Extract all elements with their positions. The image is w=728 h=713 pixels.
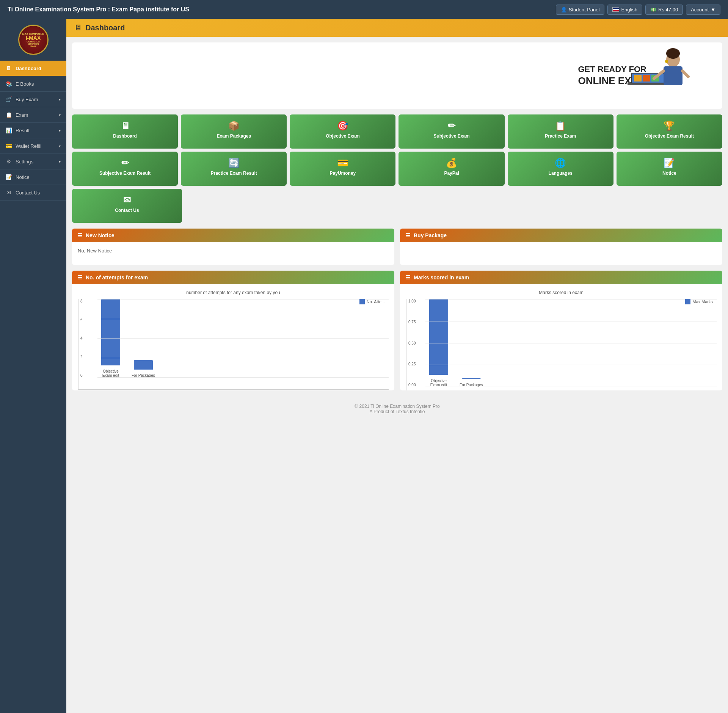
sidebar-menu: 🖥 Dashboard 📚 E Books 🛒 Buy Exam ▾ bbox=[0, 61, 66, 201]
attempts-bar-chart-container: 8 6 4 2 0 bbox=[78, 299, 389, 390]
new-notice-card-header: ☰ New Notice bbox=[72, 229, 394, 242]
chevron-icon: ▾ bbox=[59, 160, 61, 164]
objective-exam-grid-btn[interactable]: 🎯 Objective Exam bbox=[290, 114, 395, 149]
logo-text: I-MAX bbox=[26, 35, 41, 41]
subjective-result-btn-icon: ✏ bbox=[121, 158, 129, 168]
svg-point-11 bbox=[665, 60, 668, 63]
account-button[interactable]: Account ▼ bbox=[686, 5, 720, 15]
objective-exam-result-grid-btn[interactable]: 🏆 Objective Exam Result bbox=[617, 114, 722, 149]
grid-section: 🖥 Dashboard 📦 Exam Packages 🎯 Objective … bbox=[72, 114, 722, 223]
svg-rect-4 bbox=[643, 75, 650, 81]
balance-button[interactable]: 💵 Rs 47.00 bbox=[645, 5, 683, 15]
layout: MAX COMPUTER I-MAX COMPUTER EDUCATION I-… bbox=[0, 19, 728, 713]
attempts-bar-chart: 8 6 4 2 0 bbox=[78, 299, 389, 390]
sidebar-item-ebooks[interactable]: 📚 E Books bbox=[0, 76, 66, 92]
contact-menu-icon: ✉ bbox=[6, 190, 12, 196]
marks-bar-chart: 1.00 0.75 0.50 0.25 0.00 bbox=[406, 299, 717, 390]
buy-package-card-body bbox=[400, 242, 722, 265]
svg-point-10 bbox=[666, 48, 680, 59]
attempts-chart-body: number of attempts for any exam taken by… bbox=[72, 284, 394, 390]
chevron-icon: ▾ bbox=[59, 128, 61, 133]
y-axis-labels: 8 6 4 2 0 bbox=[80, 299, 83, 378]
sidebar-item-buy-exam[interactable]: 🛒 Buy Exam ▾ bbox=[0, 92, 66, 107]
footer-copyright: © 2021 Ti Online Examination System Pro bbox=[74, 404, 720, 409]
marks-chart-legend: Max Marks bbox=[685, 299, 713, 304]
attempts-chart-card: ☰ No. of attempts for exam number of att… bbox=[72, 271, 394, 390]
sidebar-item-notice[interactable]: 📝 Notice bbox=[0, 169, 66, 185]
sidebar-item-label: Result bbox=[16, 128, 30, 133]
chart-legend: No. Atte... bbox=[359, 299, 385, 304]
marks-chart-header: ☰ Marks scored in exam bbox=[400, 271, 722, 284]
sidebar-item-exam[interactable]: 📋 Exam ▾ bbox=[0, 107, 66, 123]
marks-bar-1 bbox=[429, 299, 448, 375]
svg-line-9 bbox=[682, 71, 688, 77]
grid-buttons-row2: ✏ Subjective Exam Result 🔄 Practice Exam… bbox=[72, 152, 722, 186]
sidebar-item-settings[interactable]: ⚙ Settings ▾ bbox=[0, 154, 66, 169]
footer-tagline: A Product of Textus Intentio bbox=[74, 409, 720, 414]
charts-section: ☰ No. of attempts for exam number of att… bbox=[72, 271, 722, 390]
new-notice-card-body: No, New Notice bbox=[72, 242, 394, 265]
bar-1 bbox=[101, 299, 120, 365]
student-panel-button[interactable]: 👤 Student Panel bbox=[556, 5, 605, 15]
marks-bar-group-1: Objective Exam edit bbox=[425, 299, 452, 387]
objective-exam-btn-icon: 🎯 bbox=[337, 121, 348, 130]
sidebar-item-dashboard[interactable]: 🖥 Dashboard bbox=[0, 61, 66, 76]
sidebar-item-wallet-refill[interactable]: 💳 Wallet Refill ▾ bbox=[0, 138, 66, 154]
marks-bar-2 bbox=[462, 378, 481, 379]
legend-box bbox=[359, 299, 365, 304]
bar-group-2: For Packages bbox=[132, 360, 155, 378]
languages-grid-btn[interactable]: 🌐 Languages bbox=[508, 152, 613, 186]
result-menu-icon: 📊 bbox=[6, 127, 12, 133]
payumoney-grid-btn[interactable]: 💳 PayUmoney bbox=[290, 152, 395, 186]
practice-result-btn-icon: 🔄 bbox=[228, 158, 240, 168]
sidebar-item-result[interactable]: 📊 Result ▾ bbox=[0, 123, 66, 138]
sidebar-logo: MAX COMPUTER I-MAX COMPUTER EDUCATION I-… bbox=[0, 19, 66, 61]
bar-group-1: Objective Exam edit bbox=[97, 299, 124, 378]
language-button[interactable]: English bbox=[607, 5, 642, 15]
contact-us-btn-icon: ✉ bbox=[123, 196, 131, 205]
dashboard-grid-btn[interactable]: 🖥 Dashboard bbox=[72, 114, 178, 149]
notice-grid-btn[interactable]: 📝 Notice bbox=[617, 152, 722, 186]
top-nav: Ti Online Examination System Pro : Exam … bbox=[0, 0, 728, 19]
exam-packages-btn-icon: 📦 bbox=[228, 121, 240, 130]
list-icon: ☰ bbox=[78, 274, 83, 280]
marks-y-axis-labels: 1.00 0.75 0.50 0.25 0.00 bbox=[408, 299, 416, 387]
attempts-chart-header: ☰ No. of attempts for exam bbox=[72, 271, 394, 284]
chevron-icon: ▾ bbox=[59, 113, 61, 117]
marks-chart-card: ☰ Marks scored in exam Marks scored in e… bbox=[400, 271, 722, 390]
contact-us-grid-btn[interactable]: ✉ Contact Us bbox=[72, 189, 182, 223]
sidebar-item-label: Contact Us bbox=[16, 190, 40, 196]
exam-menu-icon: 📋 bbox=[6, 112, 12, 118]
sidebar-item-label: Notice bbox=[16, 174, 30, 180]
dashboard-menu-icon: 🖥 bbox=[6, 65, 12, 71]
subjective-exam-grid-btn[interactable]: ✏ Subjective Exam bbox=[399, 114, 504, 149]
practice-exam-grid-btn[interactable]: 📋 Practice Exam bbox=[508, 114, 613, 149]
dashboard-header: 🖥 Dashboard bbox=[66, 19, 728, 37]
rupee-icon: 💵 bbox=[650, 7, 656, 13]
ebooks-menu-icon: 📚 bbox=[6, 81, 12, 87]
sidebar-item-label: E Books bbox=[16, 81, 34, 87]
list-icon: ☰ bbox=[78, 232, 83, 238]
bar-label-1: Objective Exam edit bbox=[97, 369, 124, 378]
sidebar-item-label: Buy Exam bbox=[16, 97, 38, 102]
flag-icon bbox=[612, 7, 619, 12]
buy-package-card-header: ☰ Buy Package bbox=[400, 229, 722, 242]
sidebar-item-contact-us[interactable]: ✉ Contact Us bbox=[0, 185, 66, 201]
svg-rect-7 bbox=[664, 66, 682, 85]
subjective-exam-btn-icon: ✏ bbox=[448, 121, 455, 130]
footer: © 2021 Ti Online Examination System Pro … bbox=[66, 396, 728, 422]
sidebar-item-label: Wallet Refill bbox=[16, 143, 41, 149]
subjective-exam-result-grid-btn[interactable]: ✏ Subjective Exam Result bbox=[72, 152, 178, 186]
practice-exam-result-grid-btn[interactable]: 🔄 Practice Exam Result bbox=[181, 152, 287, 186]
chevron-icon: ▾ bbox=[59, 144, 61, 148]
svg-rect-3 bbox=[634, 75, 642, 81]
main-content: 🖥 Dashboard GET READY FOR ONLINE EXAM bbox=[66, 19, 728, 713]
marks-bar-group-2: For Packages bbox=[460, 378, 483, 387]
notice-btn-icon: 📝 bbox=[664, 158, 675, 168]
attempts-chart-title: number of attempts for any exam taken by… bbox=[186, 290, 280, 295]
paypal-grid-btn[interactable]: 💰 PayPal bbox=[399, 152, 504, 186]
marks-bar-label-1: Objective Exam edit bbox=[425, 379, 452, 387]
exam-packages-grid-btn[interactable]: 📦 Exam Packages bbox=[181, 114, 287, 149]
marks-grid-lines bbox=[425, 299, 717, 387]
grid-buttons-row3: ✉ Contact Us bbox=[72, 189, 182, 223]
